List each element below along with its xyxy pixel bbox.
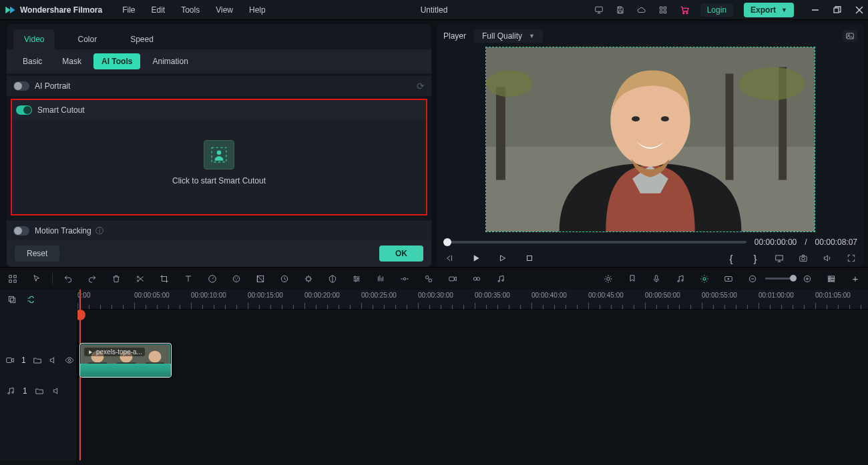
audio-mixer-icon[interactable]: [674, 273, 686, 285]
zoom-slider-knob[interactable]: [790, 275, 797, 282]
snapshot-toggle-icon[interactable]: [843, 30, 857, 42]
record-icon[interactable]: [447, 273, 459, 285]
menu-file[interactable]: File: [122, 5, 135, 15]
delete-icon[interactable]: [110, 273, 122, 285]
pointer-tool-icon[interactable]: [31, 273, 43, 285]
video-track[interactable]: pexels-tope-a...: [77, 343, 868, 378]
section-reset-icon[interactable]: ⟳: [417, 81, 425, 91]
desktop-icon[interactable]: [594, 5, 604, 15]
subtab-ai-tools[interactable]: AI Tools: [93, 53, 140, 69]
mark-out-button[interactable]: }: [749, 252, 761, 264]
text-icon[interactable]: [182, 273, 194, 285]
menu-view[interactable]: View: [216, 5, 233, 15]
undo-icon[interactable]: [62, 273, 74, 285]
camera-icon[interactable]: [797, 252, 809, 264]
selection-tool-icon[interactable]: [7, 273, 19, 285]
subtab-basic[interactable]: Basic: [15, 53, 50, 69]
export-button[interactable]: Export ▼: [744, 3, 794, 17]
menu-edit[interactable]: Edit: [151, 5, 165, 15]
crop-icon[interactable]: [158, 273, 170, 285]
player-controls: { }: [443, 252, 857, 264]
save-icon[interactable]: [615, 5, 626, 15]
duplicate-icon[interactable]: [7, 294, 17, 305]
ok-button[interactable]: OK: [379, 246, 423, 262]
preview-area[interactable]: [485, 47, 815, 232]
link-icon[interactable]: [471, 273, 483, 285]
mute-icon[interactable]: [51, 386, 62, 396]
timeline-content[interactable]: 0:0000:00:05:0000:00:10:0000:00:15:0000:…: [77, 290, 868, 460]
titlebar: Wondershare Filmora File Edit Tools View…: [0, 0, 868, 20]
play-button[interactable]: [470, 252, 482, 264]
zoom-slider[interactable]: [765, 278, 795, 280]
motion-tracking-header[interactable]: Motion Tracking ⓘ: [7, 221, 431, 240]
audio-track-icon[interactable]: [5, 386, 16, 396]
auto-reframe-icon[interactable]: [698, 273, 710, 285]
split-icon[interactable]: [134, 273, 146, 285]
render-icon[interactable]: [722, 273, 734, 285]
fullscreen-icon[interactable]: [845, 252, 857, 264]
smart-cutout-toggle[interactable]: [16, 105, 32, 115]
smart-cutout-start-button[interactable]: [204, 140, 234, 169]
smart-cutout-header[interactable]: Smart Cutout: [12, 100, 426, 120]
timeline-ruler[interactable]: 0:0000:00:05:0000:00:10:0000:00:15:0000:…: [77, 290, 868, 310]
color-icon[interactable]: [230, 273, 242, 285]
prev-frame-button[interactable]: [443, 252, 455, 264]
scrubber-track[interactable]: [443, 241, 746, 244]
stop-button[interactable]: [523, 252, 535, 264]
speed-icon[interactable]: [206, 273, 218, 285]
minimize-button[interactable]: [810, 5, 820, 15]
timeline-add-icon[interactable]: +: [849, 273, 861, 285]
audio-mix-icon[interactable]: [495, 273, 507, 285]
group-icon[interactable]: [423, 273, 435, 285]
video-clip[interactable]: pexels-tope-a...: [79, 343, 172, 378]
cart-icon[interactable]: [679, 5, 690, 15]
maximize-button[interactable]: [832, 5, 842, 15]
mark-in-button[interactable]: {: [725, 252, 737, 264]
mask-tool-icon[interactable]: [327, 273, 339, 285]
close-button[interactable]: [854, 5, 864, 15]
tab-color[interactable]: Color: [67, 29, 107, 49]
video-track-icon[interactable]: [5, 355, 15, 366]
timeline-view-icon[interactable]: [825, 273, 837, 285]
svg-point-78: [8, 392, 9, 394]
mute-icon[interactable]: [49, 355, 58, 366]
folder-icon[interactable]: [33, 355, 42, 366]
mic-icon[interactable]: [650, 273, 662, 285]
audio-beat-icon[interactable]: [375, 273, 387, 285]
tab-speed[interactable]: Speed: [120, 29, 164, 49]
motion-tracking-toggle[interactable]: [13, 226, 29, 236]
green-screen-icon[interactable]: [254, 273, 266, 285]
login-button[interactable]: Login: [700, 3, 733, 17]
subtab-animation[interactable]: Animation: [144, 53, 196, 69]
visibility-icon[interactable]: [65, 355, 74, 366]
quality-dropdown[interactable]: Full Quality ▼: [474, 29, 543, 43]
zoom-out-icon[interactable]: [746, 273, 758, 285]
cloud-icon[interactable]: [636, 5, 647, 15]
info-icon[interactable]: ⓘ: [95, 225, 103, 237]
folder-icon[interactable]: [34, 386, 45, 396]
tab-video[interactable]: Video: [13, 29, 55, 49]
svg-rect-68: [828, 276, 829, 277]
svg-rect-33: [14, 275, 17, 278]
magnet-icon[interactable]: [25, 294, 36, 305]
play-forward-button[interactable]: [497, 252, 509, 264]
sub-tabs: Basic Mask AI Tools Animation: [7, 49, 431, 73]
zoom-in-icon[interactable]: [801, 273, 813, 285]
marker-icon[interactable]: [626, 273, 638, 285]
ai-portrait-header[interactable]: AI Portrait ⟳: [7, 76, 431, 96]
redo-icon[interactable]: [86, 273, 98, 285]
motion-icon[interactable]: [302, 273, 314, 285]
marker-timeline-icon[interactable]: [602, 273, 614, 285]
keyframe-tool-icon[interactable]: [278, 273, 290, 285]
apps-icon[interactable]: [658, 5, 668, 15]
audio-stretch-icon[interactable]: [399, 273, 411, 285]
scrubber-knob[interactable]: [443, 238, 451, 246]
menu-tools[interactable]: Tools: [181, 5, 200, 15]
screen-icon[interactable]: [773, 252, 785, 264]
volume-icon[interactable]: [821, 252, 833, 264]
ai-portrait-toggle[interactable]: [13, 81, 29, 91]
adjust-icon[interactable]: [351, 273, 363, 285]
subtab-mask[interactable]: Mask: [54, 53, 89, 69]
menu-help[interactable]: Help: [249, 5, 266, 15]
reset-button[interactable]: Reset: [15, 246, 59, 262]
